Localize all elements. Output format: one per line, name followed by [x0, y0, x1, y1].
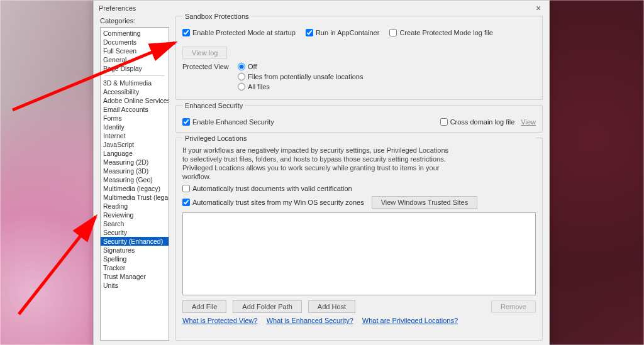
- add-file-button[interactable]: Add File: [182, 300, 226, 313]
- category-item[interactable]: Spelling: [101, 255, 169, 263]
- category-item[interactable]: Full Screen: [101, 47, 169, 55]
- view-log-button: View log: [182, 47, 227, 59]
- category-item[interactable]: Signatures: [101, 246, 169, 255]
- settings-panel: Sandbox Protections Enable Protected Mod…: [175, 16, 543, 341]
- category-item[interactable]: Adobe Online Services: [101, 96, 169, 105]
- pv-unsafe-radio[interactable]: Files from potentially unsafe locations: [238, 73, 363, 80]
- run-appcontainer-checkbox[interactable]: Run in AppContainer: [306, 29, 380, 36]
- category-item[interactable]: Email Accounts: [101, 105, 169, 114]
- categories-panel: Categories: CommentingDocumentsFull Scre…: [100, 16, 169, 341]
- link-protected-view[interactable]: What is Protected View?: [182, 317, 258, 324]
- category-item[interactable]: Documents: [101, 38, 169, 47]
- add-host-button[interactable]: Add Host: [308, 300, 355, 313]
- category-item[interactable]: Tracker: [101, 263, 169, 272]
- enhanced-title: Enhanced Security: [182, 102, 245, 109]
- category-item[interactable]: Internet: [101, 131, 169, 140]
- titlebar: Preferences ×: [94, 1, 549, 16]
- category-item[interactable]: Measuring (3D): [101, 167, 169, 175]
- category-item[interactable]: Trust Manager: [101, 272, 169, 281]
- category-item[interactable]: Measuring (Geo): [101, 175, 169, 184]
- protected-view-label: Protected View: [182, 63, 231, 70]
- category-item[interactable]: Identity: [101, 123, 169, 131]
- remove-button: Remove: [491, 300, 536, 313]
- auto-trust-os-checkbox[interactable]: Automatically trust sites from my Win OS…: [182, 199, 364, 206]
- category-item[interactable]: Search: [101, 219, 169, 228]
- auto-trust-cert-checkbox[interactable]: Automatically trust documents with valid…: [182, 185, 536, 192]
- category-item[interactable]: Commenting: [101, 29, 169, 38]
- sandbox-title: Sandbox Protections: [182, 13, 252, 20]
- cross-domain-log-checkbox[interactable]: Cross domain log file: [440, 118, 515, 126]
- privileged-title: Privileged Locations: [182, 134, 536, 142]
- pv-off-radio[interactable]: Off: [238, 63, 363, 70]
- sandbox-group: Sandbox Protections Enable Protected Mod…: [175, 16, 543, 100]
- enhanced-group: Enhanced Security Enable Enhanced Securi…: [175, 105, 543, 133]
- privileged-locations-listbox[interactable]: [182, 212, 536, 295]
- category-item[interactable]: Reading: [101, 202, 169, 211]
- category-item[interactable]: Forms: [101, 114, 169, 123]
- categories-list[interactable]: CommentingDocumentsFull ScreenGeneralPag…: [100, 27, 169, 341]
- create-log-checkbox[interactable]: Create Protected Mode log file: [389, 29, 493, 36]
- privileged-group: Privileged Locations If your workflows a…: [175, 138, 543, 341]
- category-item[interactable]: 3D & Multimedia: [101, 79, 169, 87]
- privileged-description: If your workflows are negatively impacte…: [182, 146, 453, 181]
- pv-all-radio[interactable]: All files: [238, 83, 363, 90]
- category-item[interactable]: Reviewing: [101, 211, 169, 219]
- category-item[interactable]: General: [101, 55, 169, 64]
- enable-protected-mode-checkbox[interactable]: Enable Protected Mode at startup: [182, 29, 296, 36]
- category-item[interactable]: Security: [101, 228, 169, 237]
- preferences-dialog: Preferences × Categories: CommentingDocu…: [93, 0, 550, 345]
- category-item[interactable]: Page Display: [101, 64, 169, 73]
- link-enhanced-security[interactable]: What is Enhanced Security?: [267, 317, 353, 324]
- category-item-selected[interactable]: Security (Enhanced): [101, 237, 169, 246]
- link-privileged-locations[interactable]: What are Privileged Locations?: [362, 317, 458, 324]
- category-item[interactable]: Units: [101, 281, 169, 290]
- category-item[interactable]: Multimedia Trust (legacy): [101, 193, 169, 202]
- add-folder-button[interactable]: Add Folder Path: [233, 300, 302, 313]
- enhanced-view-link[interactable]: View: [521, 118, 536, 126]
- enable-enhanced-checkbox[interactable]: Enable Enhanced Security: [182, 118, 274, 126]
- category-item[interactable]: JavaScript: [101, 140, 169, 149]
- dialog-title: Preferences: [99, 4, 533, 12]
- category-item[interactable]: Accessibility: [101, 87, 169, 96]
- categories-label: Categories:: [100, 17, 169, 25]
- category-item[interactable]: Language: [101, 149, 169, 158]
- category-item[interactable]: Multimedia (legacy): [101, 184, 169, 193]
- view-trusted-sites-button[interactable]: View Windows Trusted Sites: [372, 196, 478, 209]
- close-icon[interactable]: ×: [533, 3, 544, 13]
- category-item[interactable]: Measuring (2D): [101, 158, 169, 167]
